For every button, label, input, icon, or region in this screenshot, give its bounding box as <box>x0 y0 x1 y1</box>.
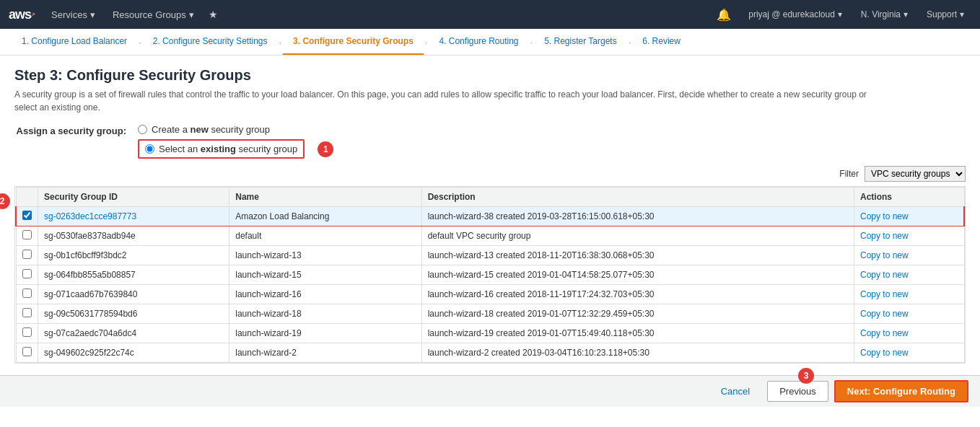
cell-description: launch-wizard-15 created 2019-01-04T14:5… <box>421 265 854 285</box>
page-title: Step 3: Configure Security Groups <box>14 67 966 84</box>
nav-region[interactable]: N. Virginia ▾ <box>854 6 915 22</box>
table-section: 2 Security Group ID Name Description Act… <box>14 186 966 364</box>
security-groups-table-wrapper[interactable]: Security Group ID Name Description Actio… <box>14 186 966 364</box>
th-security-group-id: Security Group ID <box>38 188 229 207</box>
copy-to-new-link[interactable]: Copy to new <box>860 211 909 221</box>
table-row[interactable]: sg-071caad67b7639840launch-wizard-16laun… <box>16 285 964 304</box>
cell-name: default <box>229 226 421 246</box>
assign-security-group-row: Assign a security group: Create a new se… <box>14 124 966 159</box>
cell-name: launch-wizard-13 <box>229 246 421 265</box>
tab-configure-security-groups[interactable]: 3. Configure Security Groups <box>283 29 424 55</box>
row-checkbox[interactable] <box>22 269 32 278</box>
aws-logo[interactable]: aws ↗ <box>9 7 35 22</box>
table-row[interactable]: sg-09c50631778594bd6launch-wizard-18laun… <box>16 304 964 324</box>
table-row[interactable]: sg-0263dec1cce987773Amazon Load Balancin… <box>16 207 964 226</box>
filter-select[interactable]: VPC security groups <box>865 166 966 182</box>
top-navigation: aws ↗ Services ▾ Resource Groups ▾ ★ 🔔 p… <box>0 0 980 29</box>
next-button[interactable]: Next: Configure Routing <box>834 380 968 402</box>
cell-name: launch-wizard-15 <box>229 265 421 285</box>
nav-star[interactable]: ★ <box>204 6 222 23</box>
cell-description: launch-wizard-18 created 2019-01-07T12:3… <box>421 304 854 324</box>
row-checkbox[interactable] <box>22 211 32 220</box>
cell-description: launch-wizard-19 created 2019-01-07T15:4… <box>421 324 854 343</box>
copy-to-new-link[interactable]: Copy to new <box>860 348 909 358</box>
cell-security-group-id: sg-07ca2aedc704a6dc4 <box>38 324 229 343</box>
row-checkbox[interactable] <box>22 308 32 317</box>
copy-to-new-link[interactable]: Copy to new <box>860 270 909 280</box>
radio-select-existing[interactable]: Select an existing security group 1 <box>138 139 333 159</box>
cell-action: Copy to new <box>854 324 964 343</box>
cell-name: launch-wizard-16 <box>229 285 421 304</box>
cell-name: launch-wizard-19 <box>229 324 421 343</box>
previous-button[interactable]: Previous <box>767 381 828 402</box>
cancel-button[interactable]: Cancel <box>709 382 761 401</box>
tab-configure-routing[interactable]: 4. Configure Routing <box>429 29 528 55</box>
wizard-tabs: 1. Configure Load Balancer · 2. Configur… <box>0 29 980 56</box>
badge-1: 1 <box>318 141 333 157</box>
cell-action: Copy to new <box>854 207 964 226</box>
table-row[interactable]: sg-0b1cf6bcff9f3bdc2launch-wizard-13laun… <box>16 246 964 265</box>
cell-name: Amazon Load Balancing <box>229 207 421 226</box>
row-checkbox[interactable] <box>22 347 32 356</box>
cell-security-group-id: sg-0530fae8378adb94e <box>38 226 229 246</box>
table-row[interactable]: sg-0530fae8378adb94edefaultdefault VPC s… <box>16 226 964 246</box>
nav-support[interactable]: Support ▾ <box>919 6 971 22</box>
tab-register-targets[interactable]: 5. Register Targets <box>534 29 627 55</box>
nav-resource-groups[interactable]: Resource Groups ▾ <box>105 6 201 23</box>
cell-description: launch-wizard-2 created 2019-03-04T16:10… <box>421 343 854 363</box>
security-groups-table: Security Group ID Name Description Actio… <box>15 187 965 363</box>
filter-row: Filter VPC security groups <box>14 166 966 182</box>
radio-create-new[interactable]: Create a new security group <box>138 124 333 135</box>
tab-configure-security-settings[interactable]: 2. Configure Security Settings <box>143 29 278 55</box>
cell-security-group-id: sg-0b1cf6bcff9f3bdc2 <box>38 246 229 265</box>
badge-3: 3 <box>798 368 814 384</box>
cell-action: Copy to new <box>854 343 964 363</box>
cell-action: Copy to new <box>854 246 964 265</box>
th-checkbox <box>16 188 38 207</box>
tab-configure-load-balancer[interactable]: 1. Configure Load Balancer <box>12 29 137 55</box>
table-row[interactable]: sg-07ca2aedc704a6dc4launch-wizard-19laun… <box>16 324 964 343</box>
copy-to-new-link[interactable]: Copy to new <box>860 289 909 299</box>
cell-security-group-id: sg-09c50631778594bd6 <box>38 304 229 324</box>
copy-to-new-link[interactable]: Copy to new <box>860 231 909 241</box>
cell-description: launch-wizard-13 created 2018-11-20T16:3… <box>421 246 854 265</box>
cell-description: launch-wizard-38 created 2019-03-28T16:1… <box>421 207 854 226</box>
bell-icon[interactable]: 🔔 <box>711 5 737 25</box>
cell-action: Copy to new <box>854 226 964 246</box>
bottom-bar: Cancel Previous Next: Configure Routing … <box>0 375 980 407</box>
table-row[interactable]: sg-049602c925f22c74claunch-wizard-2launc… <box>16 343 964 363</box>
nav-services[interactable]: Services ▾ <box>44 6 102 23</box>
radio-existing-input[interactable] <box>145 144 154 154</box>
copy-to-new-link[interactable]: Copy to new <box>860 328 909 338</box>
filter-label: Filter <box>839 169 859 179</box>
row-checkbox[interactable] <box>22 327 32 337</box>
cell-action: Copy to new <box>854 265 964 285</box>
radio-new-input[interactable] <box>138 125 147 134</box>
cell-security-group-id: sg-049602c925f22c74c <box>38 343 229 363</box>
row-checkbox[interactable] <box>22 230 32 239</box>
nav-right-section: 🔔 priyaj @ edurekacloud ▾ N. Virginia ▾ … <box>711 5 971 25</box>
main-content: Step 3: Configure Security Groups A secu… <box>0 56 980 375</box>
th-actions: Actions <box>854 188 964 207</box>
cell-description: default VPC security group <box>421 226 854 246</box>
tab-review[interactable]: 6. Review <box>632 29 691 55</box>
cell-name: launch-wizard-2 <box>229 343 421 363</box>
page-description: A security group is a set of firewall ru… <box>14 88 880 114</box>
cell-security-group-id: sg-071caad67b7639840 <box>38 285 229 304</box>
row-checkbox[interactable] <box>22 250 32 259</box>
row-checkbox[interactable] <box>22 289 32 298</box>
th-name: Name <box>229 188 421 207</box>
nav-user[interactable]: priyaj @ edurekacloud ▾ <box>741 6 849 22</box>
cell-action: Copy to new <box>854 304 964 324</box>
assign-label: Assign a security group: <box>14 124 126 136</box>
cell-name: launch-wizard-18 <box>229 304 421 324</box>
table-row[interactable]: sg-064fbb855a5b08857launch-wizard-15laun… <box>16 265 964 285</box>
radio-new-label: Create a new security group <box>152 124 270 135</box>
badge-2: 2 <box>0 193 10 209</box>
radio-existing-label: Select an existing security group <box>159 144 297 154</box>
cell-security-group-id: sg-064fbb855a5b08857 <box>38 265 229 285</box>
cell-action: Copy to new <box>854 285 964 304</box>
cell-security-group-id: sg-0263dec1cce987773 <box>38 207 229 226</box>
copy-to-new-link[interactable]: Copy to new <box>860 309 909 319</box>
copy-to-new-link[interactable]: Copy to new <box>860 250 909 260</box>
